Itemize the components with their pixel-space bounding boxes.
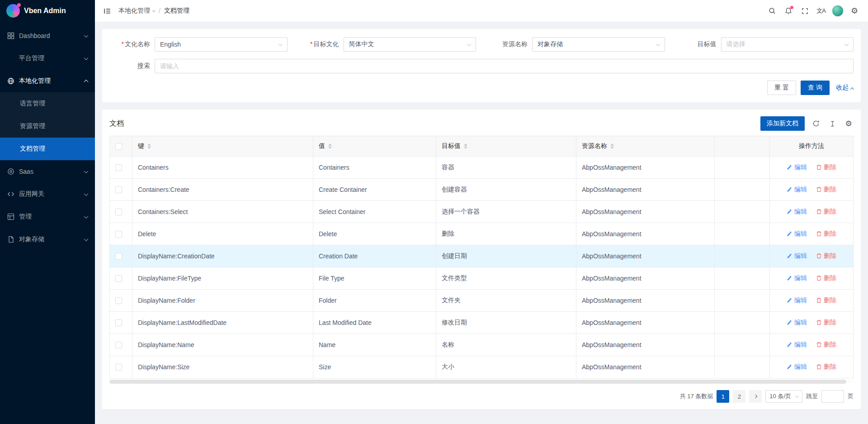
sidebar-item-platform[interactable]: 平台管理 (0, 47, 95, 70)
edit-button[interactable]: 编辑 (787, 186, 807, 194)
delete-button[interactable]: 删除 (816, 163, 836, 172)
row-checkbox[interactable] (115, 297, 122, 304)
row-checkbox[interactable] (115, 253, 122, 260)
notification-badge (790, 6, 793, 9)
delete-button[interactable]: 删除 (816, 274, 836, 282)
target-value-select[interactable]: 请选择 (721, 37, 854, 52)
cell-target: 容器 (436, 157, 576, 179)
row-height-icon[interactable] (827, 119, 837, 129)
delete-button[interactable]: 删除 (816, 363, 836, 371)
column-header-resource[interactable]: 资源名称 (576, 136, 715, 157)
menu-fold-icon[interactable] (99, 3, 115, 19)
app-title: Vben Admin (24, 7, 66, 15)
trash-icon (816, 342, 822, 348)
query-button[interactable]: 查 询 (801, 81, 830, 95)
add-document-button[interactable]: 添加新文档 (760, 116, 805, 131)
layout-icon (7, 213, 14, 220)
cell-key: DisplayName:Size (132, 356, 313, 378)
column-header-filler (715, 136, 770, 157)
delete-button[interactable]: 删除 (816, 319, 836, 327)
row-checkbox[interactable] (115, 164, 122, 171)
sort-icons[interactable] (147, 143, 151, 149)
sidebar-item-dashboard[interactable]: Dashboard (0, 24, 95, 47)
chevron-down-icon (278, 42, 283, 46)
notification-bell-icon[interactable] (780, 0, 797, 22)
sidebar-item-saas[interactable]: Saas (0, 160, 95, 183)
row-checkbox[interactable] (115, 186, 122, 193)
delete-button[interactable]: 删除 (816, 208, 836, 216)
avatar[interactable] (832, 5, 844, 17)
target-culture-select[interactable]: 简体中文 (344, 37, 476, 52)
file-icon (7, 236, 14, 243)
cell-resource: AbpOssManagement (576, 356, 715, 378)
row-checkbox[interactable] (115, 342, 122, 348)
delete-button[interactable]: 删除 (816, 252, 836, 260)
sort-desc-icon (610, 147, 614, 149)
sort-icons[interactable] (610, 143, 614, 149)
column-header-key[interactable]: 键 (132, 136, 313, 157)
column-header-value[interactable]: 值 (313, 136, 436, 157)
edit-button[interactable]: 编辑 (787, 341, 807, 349)
sidebar-subitem-resource[interactable]: 资源管理 (0, 115, 95, 138)
select-all-checkbox[interactable] (115, 143, 122, 150)
edit-button[interactable]: 编辑 (787, 274, 807, 282)
reset-button[interactable]: 重 置 (767, 81, 796, 95)
sort-icons[interactable] (328, 143, 332, 149)
logo-icon (6, 4, 20, 18)
sort-icons[interactable] (464, 143, 467, 149)
sidebar-item-localization[interactable]: 本地化管理 (0, 70, 95, 92)
row-checkbox[interactable] (115, 275, 122, 282)
row-checkbox[interactable] (115, 209, 122, 215)
scrollbar-thumb[interactable] (109, 380, 846, 384)
edit-button[interactable]: 编辑 (787, 163, 807, 172)
table-settings-gear-icon[interactable]: ⚙ (844, 119, 854, 129)
edit-button[interactable]: 编辑 (787, 252, 807, 260)
settings-gear-icon[interactable]: ⚙ (846, 0, 863, 22)
refresh-icon[interactable] (811, 119, 821, 129)
next-page-button[interactable] (749, 390, 762, 403)
edit-button[interactable]: 编辑 (787, 319, 807, 327)
search-input[interactable] (155, 59, 854, 73)
cell-value: Create Container (313, 179, 436, 201)
delete-button[interactable]: 删除 (816, 341, 836, 349)
sort-asc-icon (610, 143, 614, 146)
column-header-target[interactable]: 目标值 (436, 136, 576, 157)
cell-value: Creation Date (313, 245, 436, 267)
page-button-2[interactable]: 2 (733, 390, 745, 403)
row-checkbox[interactable] (115, 231, 122, 238)
edit-button[interactable]: 编辑 (787, 208, 807, 216)
resource-select[interactable]: 对象存储 (532, 37, 665, 52)
page-size-select[interactable]: 10 条/页 (765, 390, 802, 403)
main-area: 本地化管理 / 文档管理 文A ⚙ (95, 0, 868, 424)
filter-buttons: 重 置 查 询 收起 (109, 81, 854, 95)
logo[interactable]: Vben Admin (0, 0, 95, 22)
sidebar-menu: Dashboard 平台管理 本地化管理 语言管理 资源管理 文档管理 (0, 22, 95, 424)
edit-button[interactable]: 编辑 (787, 230, 807, 238)
delete-button[interactable]: 删除 (816, 296, 836, 305)
sidebar-item-object-storage[interactable]: 对象存储 (0, 228, 95, 251)
row-checkbox[interactable] (115, 319, 122, 326)
collapse-link[interactable]: 收起 (836, 84, 854, 92)
page-content: *文化名称 English *目标文化 简体中文 资源名称 (95, 22, 868, 424)
table-header-row: 键 值 目标值 资源名称 (110, 136, 854, 157)
sidebar-item-admin[interactable]: 管理 (0, 205, 95, 228)
edit-button[interactable]: 编辑 (787, 296, 807, 305)
search-icon[interactable] (764, 0, 780, 22)
trash-icon (816, 186, 822, 192)
horizontal-scrollbar[interactable] (109, 380, 854, 384)
breadcrumb-root[interactable]: 本地化管理 (118, 7, 155, 15)
sidebar-subitem-language[interactable]: 语言管理 (0, 92, 95, 115)
sidebar-subitem-document[interactable]: 文档管理 (0, 138, 95, 160)
delete-button[interactable]: 删除 (816, 186, 836, 194)
page-button-1[interactable]: 1 (717, 390, 729, 403)
fullscreen-icon[interactable] (797, 0, 813, 22)
delete-button[interactable]: 删除 (816, 230, 836, 238)
sidebar-item-gateway[interactable]: 应用网关 (0, 183, 95, 205)
row-checkbox[interactable] (115, 364, 122, 371)
translate-icon[interactable]: 文A (813, 0, 829, 22)
cell-target: 创建容器 (436, 179, 576, 201)
edit-button[interactable]: 编辑 (787, 363, 807, 371)
pencil-icon (787, 297, 793, 303)
culture-select[interactable]: English (155, 37, 288, 52)
jump-page-input[interactable] (821, 390, 844, 403)
